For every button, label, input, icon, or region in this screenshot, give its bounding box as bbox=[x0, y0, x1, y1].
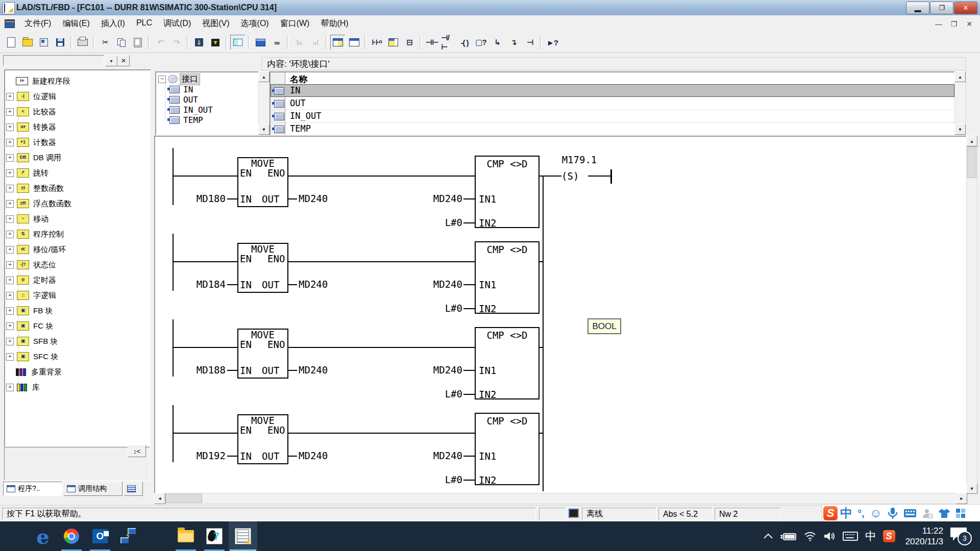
ime-indicator[interactable]: 中 bbox=[865, 529, 876, 544]
catalog-item-bit-logic[interactable]: +-|位逻辑 bbox=[6, 89, 144, 104]
catalog-item-integer-math[interactable]: +±I整数函数 bbox=[6, 181, 144, 196]
redo-icon[interactable]: ↷ bbox=[169, 35, 184, 50]
account-icon[interactable] bbox=[922, 508, 933, 519]
catalog-item-jump[interactable]: +↱跳转 bbox=[6, 165, 144, 181]
expand-plus-icon[interactable]: + bbox=[6, 185, 14, 192]
editor-hscroll-thumb[interactable] bbox=[165, 494, 202, 503]
cut-icon[interactable]: ✂ bbox=[97, 35, 113, 50]
catalog-item-sfb-block[interactable]: +▣SFB 块 bbox=[6, 334, 144, 349]
catalog-item-library[interactable]: +库 bbox=[6, 380, 144, 395]
catalog-item-timer[interactable]: +⊙定时器 bbox=[6, 272, 144, 288]
contact-nc-icon[interactable]: ⊣/⊢ bbox=[440, 35, 456, 50]
catalog-item-fb-block[interactable]: +▣FB 块 bbox=[6, 303, 144, 318]
punctuation-icon[interactable]: °, bbox=[857, 508, 865, 519]
expand-plus-icon[interactable]: + bbox=[6, 231, 14, 238]
expand-plus-icon[interactable]: + bbox=[6, 108, 14, 116]
touch-keyboard-icon[interactable] bbox=[843, 531, 858, 541]
interface-node-in_out[interactable]: IN_OUT bbox=[169, 105, 213, 115]
new-icon[interactable] bbox=[4, 35, 19, 50]
menu-item-3[interactable]: 插入(I) bbox=[95, 16, 131, 32]
catalog-item-shift-rotate[interactable]: +≪移位/循环 bbox=[6, 242, 144, 257]
microphone-icon[interactable] bbox=[887, 507, 898, 519]
pg-connection-icon[interactable]: ⚡ bbox=[114, 521, 143, 551]
menu-item-5[interactable]: 调试(D) bbox=[158, 16, 197, 32]
mdi-close-button[interactable]: ✕ bbox=[963, 18, 976, 30]
expand-plus-icon[interactable]: + bbox=[6, 384, 14, 391]
collapse-minus-icon[interactable]: − bbox=[158, 76, 166, 83]
expand-plus-icon[interactable]: + bbox=[6, 123, 14, 131]
wifi-icon[interactable] bbox=[804, 531, 816, 541]
editor-vscroll-thumb[interactable] bbox=[967, 146, 976, 178]
catalog-combo[interactable] bbox=[3, 55, 104, 66]
editor-scroll-down-icon[interactable]: ▼ bbox=[966, 483, 977, 494]
copy-icon[interactable] bbox=[114, 35, 129, 50]
editor-scroll-left-icon[interactable]: ◄ bbox=[154, 493, 165, 504]
contact-no-icon[interactable]: ⊣⊢ bbox=[424, 35, 439, 50]
catalog-item-fc-block[interactable]: +▣FC 块 bbox=[6, 318, 144, 334]
catalog-tab-list[interactable] bbox=[124, 482, 143, 496]
edge-icon[interactable]: e bbox=[29, 521, 57, 551]
sogou-logo-icon[interactable]: S bbox=[823, 506, 838, 520]
next-error-icon[interactable]: »! bbox=[308, 35, 323, 50]
editor-vscrollbar[interactable] bbox=[966, 136, 977, 494]
sogou-tray-icon[interactable]: S bbox=[883, 530, 895, 542]
start-button[interactable] bbox=[0, 521, 29, 551]
ime-chinese-icon[interactable]: 中 bbox=[840, 505, 852, 521]
editor-scroll-up-icon[interactable]: ▲ bbox=[966, 136, 977, 146]
symbol-info-icon[interactable] bbox=[230, 35, 246, 50]
decl-scroll-up-icon[interactable]: ▲ bbox=[954, 71, 966, 82]
close-button[interactable]: ✕ bbox=[954, 2, 977, 14]
overview-window-icon[interactable] bbox=[347, 35, 362, 50]
menu-item-1[interactable]: 文件(F) bbox=[19, 16, 57, 32]
coil-icon[interactable]: -( ) bbox=[457, 35, 472, 50]
expand-plus-icon[interactable]: + bbox=[6, 200, 14, 208]
connection-icon[interactable] bbox=[253, 35, 268, 50]
save-icon[interactable] bbox=[53, 35, 68, 50]
catalog-tab-program[interactable]: 程序?.. bbox=[3, 482, 62, 496]
open-branch-icon[interactable]: ↳ bbox=[489, 35, 505, 50]
menu-item-4[interactable]: PLC bbox=[131, 16, 158, 32]
expand-plus-icon[interactable]: + bbox=[6, 139, 14, 146]
table-row[interactable]: IN bbox=[271, 84, 954, 97]
new-network-icon[interactable]: ⊦⊦ᵒ bbox=[369, 35, 384, 50]
catalog-pin-icon[interactable]: ▾ bbox=[105, 55, 117, 66]
restore-button[interactable]: ❐ bbox=[930, 2, 953, 14]
tray-chevron-icon[interactable] bbox=[763, 533, 773, 540]
menu-item-7[interactable]: 选项(O) bbox=[235, 16, 275, 32]
minimize-button[interactable]: ▬ bbox=[906, 2, 929, 14]
undo-icon[interactable]: ↶ bbox=[153, 35, 168, 50]
chrome-icon[interactable] bbox=[57, 521, 86, 551]
splitter-toggle-button[interactable]: ↕< bbox=[128, 445, 146, 457]
ladder-editor[interactable] bbox=[154, 136, 968, 495]
taskbar-clock[interactable]: 11:222020/11/3 bbox=[905, 525, 943, 547]
catalog-tab-call-structure[interactable]: 调用结构 bbox=[63, 482, 122, 496]
tree-scroll-up-icon[interactable]: ▲ bbox=[258, 71, 270, 82]
catalog-item-program-control[interactable]: +⇅程序控制 bbox=[6, 227, 144, 242]
close-branch-icon[interactable]: ↴ bbox=[506, 35, 521, 50]
mdi-restore-button[interactable]: ❐ bbox=[947, 18, 961, 30]
catalog-item-converter[interactable]: +a▾转换器 bbox=[6, 119, 144, 135]
interface-node-in[interactable]: IN bbox=[169, 84, 193, 94]
empty-box-icon[interactable]: ▢? bbox=[473, 35, 488, 50]
expand-plus-icon[interactable]: + bbox=[6, 307, 14, 315]
expand-plus-icon[interactable]: + bbox=[6, 353, 14, 361]
catalog-item-move[interactable]: +~移动 bbox=[6, 211, 144, 227]
table-row[interactable]: OUT bbox=[271, 97, 954, 110]
help-select-icon[interactable]: ►? bbox=[545, 35, 560, 50]
menu-item-6[interactable]: 视图(V) bbox=[197, 16, 235, 32]
battery-icon[interactable] bbox=[780, 532, 797, 541]
expand-plus-icon[interactable]: + bbox=[6, 322, 14, 330]
catalog-item-status-bits[interactable]: +-|?状态位 bbox=[6, 257, 144, 272]
keyboard-icon[interactable] bbox=[903, 509, 917, 518]
expand-plus-icon[interactable]: + bbox=[6, 338, 14, 345]
volume-icon[interactable] bbox=[823, 531, 836, 541]
decl-scroll-down-icon[interactable]: ▼ bbox=[954, 124, 966, 135]
catalog-item-counter[interactable]: ++1计数器 bbox=[6, 135, 144, 150]
paste-icon[interactable] bbox=[130, 35, 145, 50]
table-row[interactable]: TEMP bbox=[271, 122, 954, 136]
menu-item-8[interactable]: 窗口(W) bbox=[275, 16, 315, 32]
lad-editor-icon[interactable] bbox=[229, 521, 257, 551]
expand-plus-icon[interactable]: + bbox=[6, 169, 14, 177]
expand-plus-icon[interactable]: + bbox=[6, 261, 14, 269]
save-source-icon[interactable] bbox=[36, 35, 52, 50]
